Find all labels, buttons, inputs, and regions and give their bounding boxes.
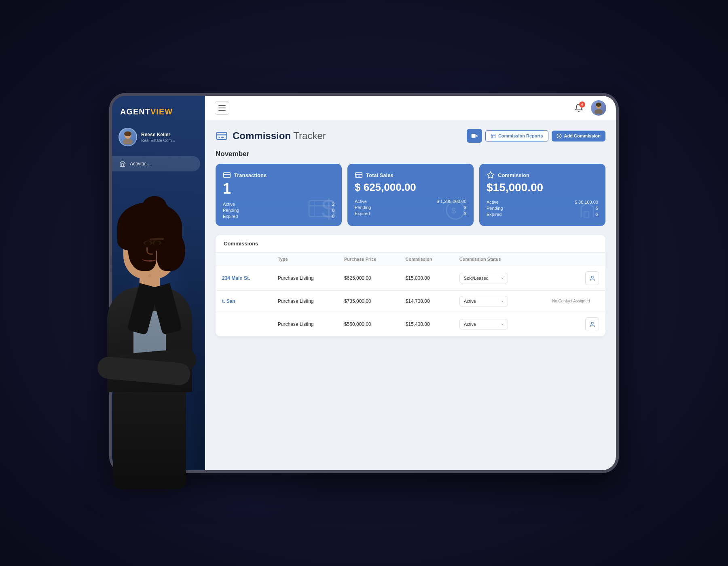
col-commission: Commission [399,253,453,266]
profile-name: Reese Keller [141,132,175,137]
col-price: Purchase Price [338,253,399,266]
svg-rect-20 [309,201,333,217]
contact-button-3[interactable] [585,317,599,331]
svg-rect-18 [224,173,231,177]
address-link-1[interactable]: 234 Main St. [222,275,250,281]
transactions-icon [223,171,231,179]
address-link-2[interactable]: t. San [222,298,235,304]
transactions-title: Transactions [234,172,267,178]
header-actions: Commission Reports Add Commission [467,129,605,143]
notification-button[interactable]: 0 [571,101,586,115]
col-status: Commission Status [453,253,537,266]
table-row: Purchase Listing $550,000.00 $15,400.00 … [216,312,605,337]
type-1: Purchase Listing [271,266,338,291]
table-row: 234 Main St. Purchase Listing $625,000.0… [216,266,605,291]
avatar [119,128,137,146]
commission-card: Commission $15,000.00 Active $ 30,100.00… [479,164,605,226]
user-icon-1 [589,275,595,281]
video-icon [471,133,478,139]
page-title: Commission Tracker [233,130,326,142]
col-type: Type [271,253,338,266]
total-sales-card: Total Sales $ 625,000.00 Active $ 1,285,… [347,164,474,226]
table-section: Commissions Type Purchase Price Commissi… [216,235,605,336]
price-3: $550,000.00 [338,312,399,337]
reports-icon [491,133,496,139]
commission-3: $15,400.00 [399,312,453,337]
add-commission-button[interactable]: Add Commission [552,131,605,142]
status-select-3[interactable]: Active Sold/Leased Pending Expired [459,319,508,329]
commission-2: $14,700.00 [399,291,453,312]
month-label: November [216,150,605,158]
svg-point-30 [591,276,593,278]
page-header: Commission Tracker [216,129,605,143]
logo-view: VIEW [150,107,173,116]
commission-card-title: Commission [498,172,529,178]
sidebar-item-activities[interactable]: Activitie... [112,156,200,171]
user-avatar-topbar[interactable] [591,100,606,116]
content-area: Commission Tracker [205,120,616,470]
sales-icon [355,171,363,179]
svg-rect-23 [356,173,362,177]
add-label: Add Commission [564,133,601,138]
commission-card-value: $15,000.00 [487,182,598,194]
commission-1: $15,000.00 [399,266,453,291]
sidebar: AGENT VIEW Reese Keller Real Estat [112,96,205,470]
svg-point-31 [591,322,593,324]
notification-badge: 0 [579,101,585,108]
status-select-2[interactable]: Active Sold/Leased Pending Expired [459,296,508,306]
total-sales-title: Total Sales [366,172,394,178]
topbar-right: 0 [571,100,606,116]
topbar: 0 [205,96,616,120]
main-content: 0 [205,96,616,470]
nav-label: Activitie... [130,161,150,167]
svg-point-2 [124,131,131,136]
sidebar-profile[interactable]: Reese Keller Real Estate Com... [112,123,205,153]
price-1: $625,000.00 [338,266,399,291]
commission-icon [216,130,228,142]
title-light: Tracker [291,130,326,141]
status-select-1[interactable]: Sold/Leased Active Pending Expired [459,273,508,283]
stats-grid: Transactions 1 Active 2 Pending 0 [216,164,605,226]
page-title-area: Commission Tracker [216,130,326,142]
svg-marker-10 [476,135,478,137]
reports-label: Commission Reports [498,133,543,138]
total-sales-value: $ 625,000.00 [355,182,466,193]
table-header: Commissions [216,235,605,253]
logo-agent: AGENT [120,107,150,116]
table-row: t. San Purchase Listing $735,000.00 $14,… [216,291,605,312]
col-address [216,253,271,266]
svg-point-4 [595,109,603,114]
video-button[interactable] [467,129,482,143]
hamburger-button[interactable] [215,101,229,115]
commission-card-icon [487,171,495,179]
commission-reports-button[interactable]: Commission Reports [485,130,548,142]
profile-role: Real Estate Com... [141,138,175,143]
svg-rect-11 [472,134,476,137]
price-2: $735,000.00 [338,291,399,312]
type-2: Purchase Listing [271,291,338,312]
user-icon-3 [589,321,595,327]
home-icon [119,161,126,167]
svg-text:$: $ [451,206,456,215]
col-action [536,253,605,266]
title-bold: Commission [233,130,291,141]
sidebar-logo: AGENT VIEW [112,96,205,123]
profile-info: Reese Keller Real Estate Com... [141,132,175,143]
svg-rect-6 [217,132,227,139]
svg-point-1 [123,139,133,144]
sidebar-nav: Activitie... [112,153,205,175]
svg-rect-12 [491,134,495,138]
no-contact-label: No Contact Assigned [543,298,599,304]
transactions-card: Transactions 1 Active 2 Pending 0 [216,164,342,226]
svg-point-5 [596,103,601,107]
plus-icon [557,133,562,139]
svg-rect-29 [584,212,589,217]
type-3: Purchase Listing [271,312,338,337]
transactions-value: 1 [223,182,334,196]
contact-button-1[interactable] [585,271,599,285]
